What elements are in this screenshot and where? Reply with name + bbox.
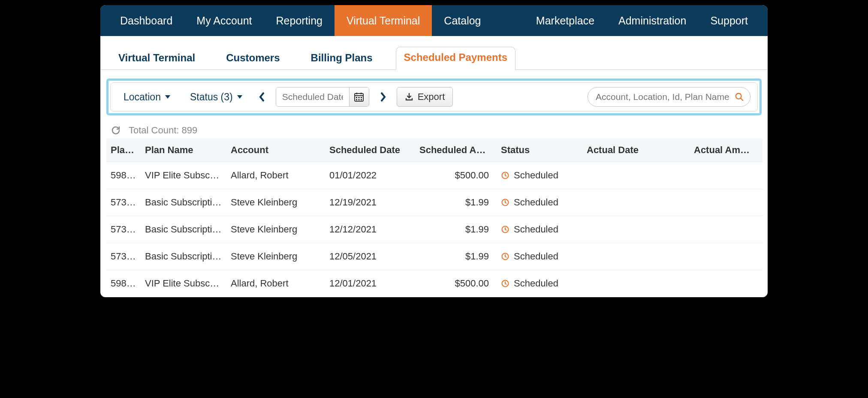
table-row[interactable]: 5733…Basic SubscriptionSteve Kleinberg12… (106, 216, 763, 243)
cell-actual-date (582, 270, 690, 297)
cell-scheduled-date: 12/05/2021 (325, 243, 415, 270)
status-dropdown[interactable]: Status (3) (184, 90, 248, 105)
table-row[interactable]: 5986…VIP Elite Subscripti…Allard, Robert… (106, 162, 763, 189)
cell-status: Scheduled (497, 189, 582, 216)
nav-reporting[interactable]: Reporting (264, 5, 335, 36)
col-plan-id[interactable]: Plan Id (106, 139, 141, 162)
table-row[interactable]: 5733…Basic SubscriptionSteve Kleinberg12… (106, 189, 763, 216)
tab-billing-plans[interactable]: Billing Plans (303, 48, 380, 70)
cell-actual-date (582, 243, 690, 270)
chevron-left-icon (259, 92, 265, 102)
cell-status: Scheduled (497, 243, 582, 270)
svg-rect-5 (359, 97, 360, 98)
cell-plan-id[interactable]: 5733… (106, 243, 141, 270)
search-box (588, 87, 750, 107)
refresh-icon (111, 125, 121, 136)
tab-scheduled-payments[interactable]: Scheduled Payments (396, 47, 515, 70)
refresh-button[interactable] (111, 125, 121, 136)
sub-tabs: Virtual Terminal Customers Billing Plans… (100, 36, 768, 70)
cell-scheduled-amount: $500.00 (415, 270, 497, 297)
cell-account: Steve Kleinberg (226, 189, 325, 216)
col-plan-name[interactable]: Plan Name (141, 139, 226, 162)
svg-rect-9 (361, 99, 362, 100)
cell-actual-amount (690, 243, 763, 270)
cell-plan-id[interactable]: 5986… (106, 162, 141, 189)
cell-account: Allard, Robert (226, 270, 325, 297)
chevron-right-icon (380, 92, 386, 102)
export-button[interactable]: Export (397, 87, 453, 107)
svg-rect-7 (356, 99, 357, 100)
cell-scheduled-date: 12/19/2021 (325, 189, 415, 216)
date-prev-button[interactable] (256, 92, 268, 102)
cell-scheduled-amount: $1.99 (415, 189, 497, 216)
calendar-button[interactable] (349, 87, 369, 106)
clock-icon (501, 225, 509, 234)
nav-my-account[interactable]: My Account (184, 5, 264, 36)
table-row[interactable]: 5733…Basic SubscriptionSteve Kleinberg12… (106, 243, 763, 270)
cell-scheduled-date: 12/12/2021 (325, 216, 415, 243)
cell-plan-id[interactable]: 5986… (106, 270, 141, 297)
cell-actual-amount (690, 162, 763, 189)
nav-virtual-terminal[interactable]: Virtual Terminal (335, 5, 432, 36)
cell-status: Scheduled (497, 270, 582, 297)
date-next-button[interactable] (377, 92, 389, 102)
cell-scheduled-date: 01/01/2022 (325, 162, 415, 189)
cell-scheduled-amount: $500.00 (415, 162, 497, 189)
status-dropdown-label: Status (3) (190, 91, 233, 103)
col-account[interactable]: Account (226, 139, 325, 162)
cell-account: Steve Kleinberg (226, 243, 325, 270)
tab-customers[interactable]: Customers (218, 48, 287, 70)
tab-virtual-terminal[interactable]: Virtual Terminal (111, 48, 203, 70)
chevron-down-icon (237, 95, 242, 99)
cell-plan-id[interactable]: 5733… (106, 216, 141, 243)
svg-rect-8 (359, 99, 360, 100)
col-scheduled-date[interactable]: Scheduled Date (325, 139, 415, 162)
cell-plan-name: Basic Subscription (141, 189, 226, 216)
app-window: Dashboard My Account Reporting Virtual T… (99, 4, 769, 298)
col-status[interactable]: Status (497, 139, 582, 162)
calendar-icon (354, 92, 364, 102)
cell-plan-id[interactable]: 5733… (106, 189, 141, 216)
nav-dashboard[interactable]: Dashboard (108, 5, 184, 36)
cell-actual-amount (690, 216, 763, 243)
cell-scheduled-amount: $1.99 (415, 216, 497, 243)
search-icon (735, 92, 744, 102)
col-actual-date[interactable]: Actual Date (582, 139, 690, 162)
col-actual-amount[interactable]: Actual Amount (690, 139, 763, 162)
count-bar: Total Count: 899 (100, 119, 768, 139)
filter-bar: Location Status (3) (110, 82, 758, 112)
location-dropdown[interactable]: Location (118, 90, 176, 105)
search-input[interactable] (596, 92, 735, 102)
cell-plan-name: Basic Subscription (141, 243, 226, 270)
cell-actual-amount (690, 189, 763, 216)
table-header-row: Plan Id Plan Name Account Scheduled Date… (106, 139, 763, 162)
cell-status: Scheduled (497, 216, 582, 243)
download-icon (405, 93, 413, 101)
nav-marketplace[interactable]: Marketplace (524, 5, 606, 36)
cell-account: Steve Kleinberg (226, 216, 325, 243)
cell-scheduled-amount: $1.99 (415, 243, 497, 270)
cell-plan-name: Basic Subscription (141, 216, 226, 243)
svg-line-11 (741, 98, 743, 101)
cell-account: Allard, Robert (226, 162, 325, 189)
total-count-label: Total Count: 899 (129, 125, 197, 136)
cell-actual-date (582, 216, 690, 243)
clock-icon (501, 171, 509, 180)
nav-administration[interactable]: Administration (606, 5, 698, 36)
clock-icon (501, 198, 509, 207)
scheduled-date-input[interactable] (276, 87, 349, 106)
chevron-down-icon (165, 95, 170, 99)
clock-icon (501, 279, 509, 288)
table-row[interactable]: 5986…VIP Elite Subscripti…Allard, Robert… (106, 270, 763, 297)
scheduled-date-field-group (276, 87, 369, 107)
cell-scheduled-date: 12/01/2021 (325, 270, 415, 297)
nav-spacer (493, 5, 524, 36)
top-nav: Dashboard My Account Reporting Virtual T… (100, 5, 768, 36)
cell-actual-amount (690, 270, 763, 297)
col-scheduled-amount[interactable]: Scheduled Amount (415, 139, 497, 162)
cell-plan-name: VIP Elite Subscripti… (141, 270, 226, 297)
cell-status: Scheduled (497, 162, 582, 189)
nav-catalog[interactable]: Catalog (432, 5, 493, 36)
cell-actual-date (582, 162, 690, 189)
nav-support[interactable]: Support (698, 5, 760, 36)
